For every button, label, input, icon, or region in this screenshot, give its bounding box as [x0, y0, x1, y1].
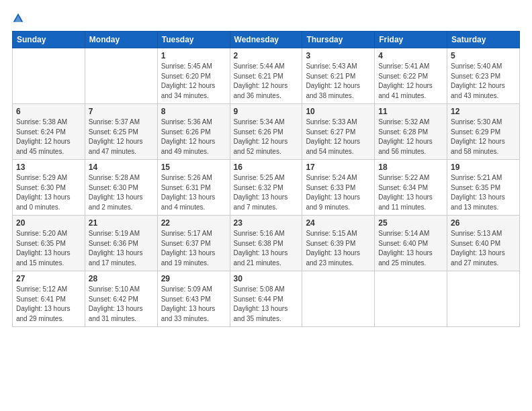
day-number: 7 — [89, 107, 154, 116]
calendar-cell: 28Sunrise: 5:10 AM Sunset: 6:42 PM Dayli… — [85, 271, 157, 327]
header — [12, 12, 520, 24]
day-info: Sunrise: 5:33 AM Sunset: 6:27 PM Dayligh… — [306, 118, 371, 156]
calendar-cell — [447, 271, 520, 327]
day-number: 18 — [378, 163, 443, 172]
day-info: Sunrise: 5:22 AM Sunset: 6:34 PM Dayligh… — [378, 173, 443, 212]
weekday-header-thursday: Thursday — [302, 32, 375, 48]
week-row-4: 20Sunrise: 5:20 AM Sunset: 6:35 PM Dayli… — [13, 216, 520, 271]
calendar-cell — [302, 271, 375, 327]
day-info: Sunrise: 5:37 AM Sunset: 6:25 PM Dayligh… — [89, 118, 154, 156]
day-number: 1 — [161, 51, 226, 60]
day-info: Sunrise: 5:10 AM Sunset: 6:42 PM Dayligh… — [89, 285, 154, 324]
day-number: 9 — [234, 107, 299, 116]
calendar-cell — [375, 271, 447, 327]
calendar-cell: 2Sunrise: 5:44 AM Sunset: 6:21 PM Daylig… — [230, 48, 302, 104]
calendar-cell: 9Sunrise: 5:34 AM Sunset: 6:26 PM Daylig… — [230, 104, 302, 160]
day-number: 10 — [306, 107, 371, 116]
day-number: 28 — [89, 274, 154, 283]
weekday-header-sunday: Sunday — [13, 32, 85, 48]
day-number: 2 — [234, 51, 299, 60]
day-info: Sunrise: 5:16 AM Sunset: 6:38 PM Dayligh… — [234, 229, 299, 268]
day-number: 11 — [378, 107, 443, 116]
weekday-header-tuesday: Tuesday — [157, 32, 230, 48]
calendar-cell: 1Sunrise: 5:45 AM Sunset: 6:20 PM Daylig… — [157, 48, 230, 104]
day-number: 29 — [161, 274, 226, 283]
calendar-cell: 16Sunrise: 5:25 AM Sunset: 6:32 PM Dayli… — [230, 160, 302, 216]
day-info: Sunrise: 5:21 AM Sunset: 6:35 PM Dayligh… — [451, 173, 516, 212]
day-info: Sunrise: 5:25 AM Sunset: 6:32 PM Dayligh… — [234, 173, 299, 212]
day-info: Sunrise: 5:09 AM Sunset: 6:43 PM Dayligh… — [161, 285, 226, 324]
day-number: 22 — [161, 218, 226, 228]
day-number: 3 — [306, 51, 371, 60]
weekday-header-monday: Monday — [85, 32, 157, 48]
day-info: Sunrise: 5:41 AM Sunset: 6:22 PM Dayligh… — [378, 62, 443, 101]
calendar-cell: 22Sunrise: 5:17 AM Sunset: 6:37 PM Dayli… — [157, 216, 230, 271]
page: SundayMondayTuesdayWednesdayThursdayFrid… — [0, 0, 532, 411]
day-number: 17 — [306, 163, 371, 172]
calendar-cell: 18Sunrise: 5:22 AM Sunset: 6:34 PM Dayli… — [375, 160, 447, 216]
day-info: Sunrise: 5:36 AM Sunset: 6:26 PM Dayligh… — [161, 118, 226, 156]
week-row-3: 13Sunrise: 5:29 AM Sunset: 6:30 PM Dayli… — [13, 160, 520, 216]
day-info: Sunrise: 5:43 AM Sunset: 6:21 PM Dayligh… — [306, 62, 371, 101]
day-number: 5 — [451, 51, 516, 60]
day-info: Sunrise: 5:38 AM Sunset: 6:24 PM Dayligh… — [16, 118, 81, 156]
day-info: Sunrise: 5:19 AM Sunset: 6:36 PM Dayligh… — [89, 229, 154, 268]
day-info: Sunrise: 5:40 AM Sunset: 6:23 PM Dayligh… — [451, 62, 516, 101]
calendar-cell: 25Sunrise: 5:14 AM Sunset: 6:40 PM Dayli… — [375, 216, 447, 271]
day-number: 12 — [451, 107, 516, 116]
calendar-cell: 17Sunrise: 5:24 AM Sunset: 6:33 PM Dayli… — [302, 160, 375, 216]
calendar-cell: 15Sunrise: 5:26 AM Sunset: 6:31 PM Dayli… — [157, 160, 230, 216]
calendar-cell: 29Sunrise: 5:09 AM Sunset: 6:43 PM Dayli… — [157, 271, 230, 327]
logo-icon — [12, 12, 24, 24]
day-info: Sunrise: 5:32 AM Sunset: 6:28 PM Dayligh… — [378, 118, 443, 156]
day-info: Sunrise: 5:20 AM Sunset: 6:35 PM Dayligh… — [16, 229, 81, 268]
calendar-cell: 23Sunrise: 5:16 AM Sunset: 6:38 PM Dayli… — [230, 216, 302, 271]
calendar-cell — [85, 48, 157, 104]
day-info: Sunrise: 5:17 AM Sunset: 6:37 PM Dayligh… — [161, 229, 226, 268]
day-info: Sunrise: 5:24 AM Sunset: 6:33 PM Dayligh… — [306, 173, 371, 212]
day-number: 16 — [234, 163, 299, 172]
calendar-cell: 7Sunrise: 5:37 AM Sunset: 6:25 PM Daylig… — [85, 104, 157, 160]
calendar-cell: 13Sunrise: 5:29 AM Sunset: 6:30 PM Dayli… — [13, 160, 85, 216]
week-row-2: 6Sunrise: 5:38 AM Sunset: 6:24 PM Daylig… — [13, 104, 520, 160]
day-info: Sunrise: 5:08 AM Sunset: 6:44 PM Dayligh… — [234, 285, 299, 324]
day-info: Sunrise: 5:28 AM Sunset: 6:30 PM Dayligh… — [89, 173, 154, 212]
calendar-cell — [13, 48, 85, 104]
day-number: 30 — [234, 274, 299, 283]
calendar-cell: 6Sunrise: 5:38 AM Sunset: 6:24 PM Daylig… — [13, 104, 85, 160]
calendar-table: SundayMondayTuesdayWednesdayThursdayFrid… — [12, 31, 520, 327]
day-info: Sunrise: 5:15 AM Sunset: 6:39 PM Dayligh… — [306, 229, 371, 268]
day-info: Sunrise: 5:26 AM Sunset: 6:31 PM Dayligh… — [161, 173, 226, 212]
weekday-header-row: SundayMondayTuesdayWednesdayThursdayFrid… — [13, 32, 520, 48]
day-number: 19 — [451, 163, 516, 172]
day-number: 23 — [234, 218, 299, 228]
calendar-cell: 19Sunrise: 5:21 AM Sunset: 6:35 PM Dayli… — [447, 160, 520, 216]
day-info: Sunrise: 5:14 AM Sunset: 6:40 PM Dayligh… — [378, 229, 443, 268]
calendar-cell: 27Sunrise: 5:12 AM Sunset: 6:41 PM Dayli… — [13, 271, 85, 327]
weekday-header-friday: Friday — [375, 32, 447, 48]
weekday-header-saturday: Saturday — [447, 32, 520, 48]
calendar-cell: 4Sunrise: 5:41 AM Sunset: 6:22 PM Daylig… — [375, 48, 447, 104]
day-number: 13 — [16, 163, 81, 172]
calendar-cell: 26Sunrise: 5:13 AM Sunset: 6:40 PM Dayli… — [447, 216, 520, 271]
day-number: 24 — [306, 218, 371, 228]
calendar-cell: 11Sunrise: 5:32 AM Sunset: 6:28 PM Dayli… — [375, 104, 447, 160]
day-info: Sunrise: 5:30 AM Sunset: 6:29 PM Dayligh… — [451, 118, 516, 156]
calendar-cell: 14Sunrise: 5:28 AM Sunset: 6:30 PM Dayli… — [85, 160, 157, 216]
logo — [12, 12, 27, 24]
calendar-cell: 24Sunrise: 5:15 AM Sunset: 6:39 PM Dayli… — [302, 216, 375, 271]
day-number: 25 — [378, 218, 443, 228]
day-info: Sunrise: 5:29 AM Sunset: 6:30 PM Dayligh… — [16, 173, 81, 212]
day-number: 14 — [89, 163, 154, 172]
day-info: Sunrise: 5:45 AM Sunset: 6:20 PM Dayligh… — [161, 62, 226, 101]
calendar-cell: 8Sunrise: 5:36 AM Sunset: 6:26 PM Daylig… — [157, 104, 230, 160]
day-info: Sunrise: 5:13 AM Sunset: 6:40 PM Dayligh… — [451, 229, 516, 268]
weekday-header-wednesday: Wednesday — [230, 32, 302, 48]
day-number: 27 — [16, 274, 81, 283]
calendar-cell: 12Sunrise: 5:30 AM Sunset: 6:29 PM Dayli… — [447, 104, 520, 160]
week-row-5: 27Sunrise: 5:12 AM Sunset: 6:41 PM Dayli… — [13, 271, 520, 327]
calendar-cell: 3Sunrise: 5:43 AM Sunset: 6:21 PM Daylig… — [302, 48, 375, 104]
day-number: 26 — [451, 218, 516, 228]
week-row-1: 1Sunrise: 5:45 AM Sunset: 6:20 PM Daylig… — [13, 48, 520, 104]
day-number: 15 — [161, 163, 226, 172]
